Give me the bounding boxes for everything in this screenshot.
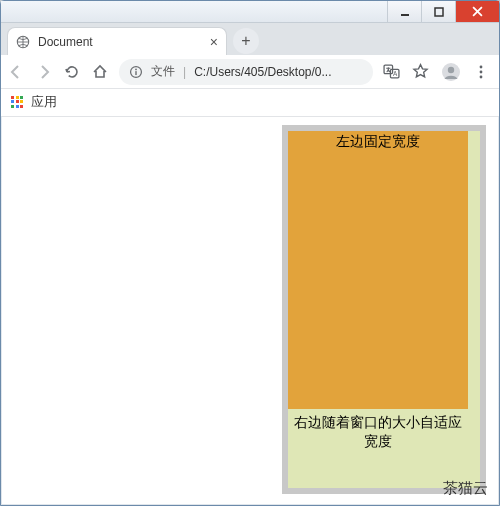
svg-rect-0 bbox=[401, 14, 409, 16]
minimize-button[interactable] bbox=[387, 1, 421, 22]
reload-button[interactable] bbox=[63, 63, 81, 81]
tab-close-icon[interactable]: × bbox=[210, 34, 218, 50]
forward-button[interactable] bbox=[35, 63, 53, 81]
kebab-menu-icon[interactable] bbox=[473, 64, 489, 80]
svg-text:A: A bbox=[393, 70, 398, 77]
profile-avatar-icon[interactable] bbox=[441, 62, 461, 82]
close-window-button[interactable] bbox=[455, 1, 499, 22]
svg-point-12 bbox=[480, 70, 483, 73]
svg-rect-4 bbox=[135, 71, 136, 75]
svg-point-10 bbox=[448, 66, 454, 72]
svg-rect-1 bbox=[435, 8, 443, 16]
plus-icon: + bbox=[241, 32, 250, 50]
url-text: C:/Users/405/Desktop/0... bbox=[194, 65, 363, 79]
url-separator: | bbox=[183, 65, 186, 79]
tab-strip: Document × + bbox=[1, 23, 499, 55]
bookmark-apps-label[interactable]: 应用 bbox=[31, 94, 57, 111]
bookmarks-bar: 应用 bbox=[1, 89, 499, 117]
url-scheme-label: 文件 bbox=[151, 63, 175, 80]
home-button[interactable] bbox=[91, 63, 109, 81]
svg-point-5 bbox=[135, 68, 137, 70]
tab-document[interactable]: Document × bbox=[7, 27, 227, 55]
demo-right-column: 左边固定宽度 右边随着窗口的大小自适应宽度 bbox=[288, 131, 480, 488]
left-fixed-label: 左边固定宽度 bbox=[336, 133, 420, 409]
right-adaptive-label: 右边随着窗口的大小自适应宽度 bbox=[288, 411, 468, 453]
toolbar-right-icons: A bbox=[383, 62, 493, 82]
apps-grid-icon[interactable] bbox=[11, 96, 25, 110]
demo-left-fixed-box: 左边固定宽度 bbox=[288, 131, 468, 409]
svg-point-13 bbox=[480, 75, 483, 78]
os-titlebar bbox=[1, 1, 499, 23]
info-icon bbox=[129, 65, 143, 79]
maximize-button[interactable] bbox=[421, 1, 455, 22]
page-viewport: 左边固定宽度 右边随着窗口的大小自适应宽度 茶猫云 bbox=[2, 117, 498, 504]
svg-point-11 bbox=[480, 65, 483, 68]
browser-window: Document × + 文件 | C:/Users/405/Desktop/ bbox=[0, 0, 500, 506]
browser-toolbar: 文件 | C:/Users/405/Desktop/0... A bbox=[1, 55, 499, 89]
new-tab-button[interactable]: + bbox=[233, 28, 259, 54]
address-bar[interactable]: 文件 | C:/Users/405/Desktop/0... bbox=[119, 59, 373, 85]
bookmark-star-icon[interactable] bbox=[412, 63, 429, 80]
globe-icon bbox=[16, 35, 30, 49]
watermark-text: 茶猫云 bbox=[443, 479, 488, 498]
translate-icon[interactable]: A bbox=[383, 63, 400, 80]
back-button[interactable] bbox=[7, 63, 25, 81]
demo-container: 左边固定宽度 右边随着窗口的大小自适应宽度 bbox=[282, 125, 486, 494]
tab-title: Document bbox=[38, 35, 202, 49]
